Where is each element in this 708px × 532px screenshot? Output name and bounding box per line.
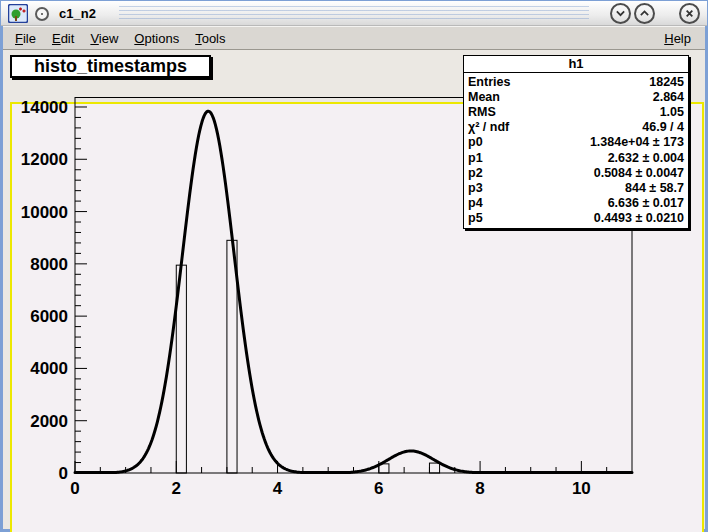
stats-row: Entries18245: [468, 75, 684, 89]
stats-row: RMS1.05: [468, 105, 684, 119]
titlebar[interactable]: c1_n2: [1, 1, 707, 26]
stats-row: Mean2.864: [468, 90, 684, 104]
stats-box[interactable]: h1 Entries18245Mean2.864RMS1.05χ² / ndf4…: [463, 55, 689, 229]
menu-item-tools[interactable]: Tools: [189, 31, 231, 46]
chevron-down-icon: [612, 5, 629, 22]
close-button[interactable]: [679, 3, 700, 24]
window-title: c1_n2: [59, 1, 96, 26]
minimize-button[interactable]: [610, 3, 631, 24]
stats-row: p50.4493 ± 0.0210: [468, 211, 684, 225]
menubar: FileEditViewOptionsToolsHelp: [3, 26, 705, 50]
stats-row: p46.636 ± 0.017: [468, 196, 684, 210]
stats-rows: Entries18245Mean2.864RMS1.05χ² / ndf46.9…: [464, 73, 688, 228]
menu-item-view[interactable]: View: [84, 31, 124, 46]
stats-title: h1: [464, 56, 688, 73]
root-canvas-window: c1_n2 FileEditViewOptionsToolsHelp 02000…: [0, 0, 708, 532]
histogram-title-box[interactable]: histo_timestamps: [10, 55, 211, 78]
titlebar-decoration: [119, 6, 589, 21]
stats-row: p01.384e+04 ± 173: [468, 135, 684, 149]
root-icon: [8, 4, 28, 23]
chevron-up-icon: [636, 5, 653, 22]
menu-item-options[interactable]: Options: [128, 31, 185, 46]
window-menu-button[interactable]: [35, 7, 49, 21]
histogram-title: histo_timestamps: [34, 56, 187, 77]
close-icon: [681, 5, 698, 22]
stats-row: χ² / ndf46.9 / 4: [468, 120, 684, 134]
menu-item-help[interactable]: Help: [658, 31, 697, 46]
stats-row: p3844 ± 58.7: [468, 181, 684, 195]
stats-row: p12.632 ± 0.004: [468, 151, 684, 165]
stats-row: p20.5084 ± 0.0047: [468, 166, 684, 180]
menu-item-file[interactable]: File: [9, 31, 42, 46]
menu-item-edit[interactable]: Edit: [46, 31, 80, 46]
maximize-button[interactable]: [634, 3, 655, 24]
